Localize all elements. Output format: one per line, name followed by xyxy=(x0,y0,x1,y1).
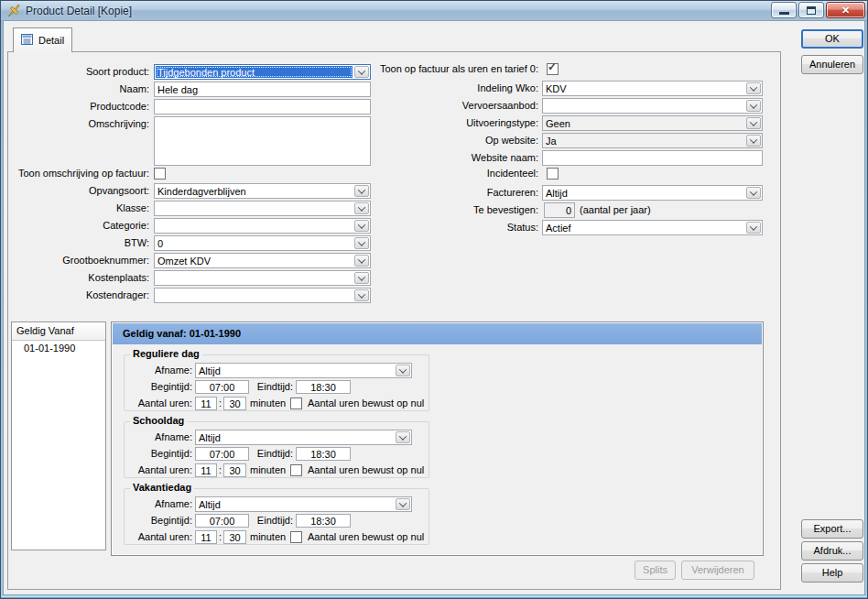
status-label: Status: xyxy=(278,220,538,235)
maximize-button[interactable] xyxy=(798,2,824,18)
uitvoeringstype-dropdown[interactable]: Geen xyxy=(542,115,763,131)
uren-input[interactable] xyxy=(195,397,217,410)
uitvoeringstype-value: Geen xyxy=(544,117,744,129)
nul-checkbox[interactable] xyxy=(290,464,302,476)
vervoersaanbod-dropdown[interactable] xyxy=(542,98,763,114)
btw-dropdown[interactable]: 0 xyxy=(154,235,371,251)
nul-label: Aantal uren bewust op nul xyxy=(308,397,424,410)
minuten-input[interactable] xyxy=(223,397,246,410)
geldig-vanaf-column-header[interactable]: Geldig Vanaf xyxy=(12,322,105,341)
factureren-dropdown[interactable]: Altijd xyxy=(542,185,763,201)
minuten-input[interactable] xyxy=(223,463,246,477)
aantal-uren-label: Aantal uren: xyxy=(125,530,192,544)
afname-dropdown[interactable]: Altijd xyxy=(195,430,412,445)
op-website-label: Op website: xyxy=(278,133,538,148)
naam-label: Naam: xyxy=(4,82,149,97)
list-item[interactable]: 01-01-1990 xyxy=(12,341,105,356)
nul-label: Aantal uren bewust op nul xyxy=(308,463,424,477)
tab-detail-label: Detail xyxy=(38,35,64,46)
grootboeknummer-label: Grootboeknummer: xyxy=(4,253,149,268)
begintijd-label: Begintijd: xyxy=(125,514,192,528)
dropdown-arrow-icon[interactable] xyxy=(396,431,410,443)
vervoersaanbod-value xyxy=(544,100,744,112)
window-title: Product Detail [Kopie] xyxy=(26,1,132,21)
dropdown-arrow-icon[interactable] xyxy=(746,222,761,234)
afdruk-button[interactable]: Afdruk... xyxy=(801,541,863,561)
geldig-vanaf-list: Geldig Vanaf 01-01-1990 xyxy=(11,321,106,550)
dropdown-arrow-icon[interactable] xyxy=(396,498,410,510)
uitvoeringstype-label: Uitvoeringstype: xyxy=(278,115,538,131)
uren-input[interactable] xyxy=(195,530,217,544)
help-button[interactable]: Help xyxy=(801,563,863,583)
afname-dropdown[interactable]: Altijd xyxy=(195,496,412,512)
begintijd-label: Begintijd: xyxy=(125,447,192,461)
eindtijd-input[interactable] xyxy=(296,380,351,394)
dropdown-arrow-icon[interactable] xyxy=(746,82,761,94)
afname-dropdown[interactable]: Altijd xyxy=(195,363,412,378)
op-website-dropdown[interactable]: Ja xyxy=(542,133,763,148)
uren-input[interactable] xyxy=(195,463,217,477)
dropdown-arrow-icon[interactable] xyxy=(746,117,761,129)
validity-panel-title: Geldig vanaf: 01-01-1990 xyxy=(123,328,241,339)
check-icon: ✓ xyxy=(548,60,557,73)
opvangsoort-label: Opvangsoort: xyxy=(4,183,149,199)
te-bevestigen-suffix: (aantal per jaar) xyxy=(580,202,651,218)
group-schooldag: Schooldag Afname: Altijd Begintijd: Eind… xyxy=(124,421,429,478)
nul-checkbox[interactable] xyxy=(290,398,302,409)
aantal-uren-label: Aantal uren: xyxy=(125,463,192,477)
eindtijd-label: Eindtijd: xyxy=(225,447,293,461)
eindtijd-input[interactable] xyxy=(296,514,351,528)
omschrijving-label: Omschrijving: xyxy=(4,116,149,132)
status-value: Actief xyxy=(544,222,744,234)
verwijderen-button[interactable]: Verwijderen xyxy=(681,561,754,580)
minuten-suffix: minuten xyxy=(250,397,286,410)
status-dropdown[interactable]: Actief xyxy=(542,220,763,235)
vervoersaanbod-label: Vervoersaanbod: xyxy=(278,98,538,114)
grootboeknummer-dropdown[interactable]: Omzet KDV xyxy=(154,253,371,268)
incidenteel-label: Incidenteel: xyxy=(278,166,538,181)
dropdown-arrow-icon[interactable] xyxy=(354,255,369,267)
indeling-wko-value: KDV xyxy=(544,82,744,94)
validity-panel-header: Geldig vanaf: 01-01-1990 xyxy=(113,323,762,344)
product-detail-window: Product Detail [Kopie] ✕ Detail Soort pr… xyxy=(0,0,868,599)
kostendrager-dropdown[interactable] xyxy=(154,288,371,303)
btw-label: BTW: xyxy=(4,235,149,251)
indeling-wko-dropdown[interactable]: KDV xyxy=(542,81,763,96)
dropdown-arrow-icon[interactable] xyxy=(746,100,761,112)
ok-button[interactable]: OK xyxy=(801,29,863,49)
dropdown-arrow-icon[interactable] xyxy=(746,187,761,199)
export-button[interactable]: Export... xyxy=(801,519,863,539)
eindtijd-label: Eindtijd: xyxy=(225,380,293,394)
op-website-value: Ja xyxy=(544,135,744,147)
incidenteel-checkbox[interactable] xyxy=(547,168,559,180)
nul-checkbox[interactable] xyxy=(290,531,302,543)
group-vakantiedag: Vakantiedag Afname: Altijd Begintijd: Ei… xyxy=(124,488,429,545)
minimize-button[interactable] xyxy=(771,2,797,18)
close-button[interactable]: ✕ xyxy=(826,2,865,18)
aantal-uren-label: Aantal uren: xyxy=(125,397,192,410)
dropdown-arrow-icon[interactable] xyxy=(746,135,761,147)
splits-button[interactable]: Splits xyxy=(635,561,676,580)
eindtijd-input[interactable] xyxy=(296,447,351,461)
group-title: Vakantiedag xyxy=(130,482,194,493)
klasse-label: Klasse: xyxy=(4,201,149,216)
minimize-icon xyxy=(779,12,789,15)
group-reguliere-dag: Reguliere dag Afname: Altijd Begintijd: … xyxy=(124,354,429,411)
dropdown-arrow-icon[interactable] xyxy=(354,289,369,301)
afname-value: Altijd xyxy=(197,498,394,510)
minuten-input[interactable] xyxy=(223,530,246,544)
window-frame-right xyxy=(864,21,867,598)
te-bevestigen-input[interactable] xyxy=(544,202,575,218)
dropdown-arrow-icon[interactable] xyxy=(354,272,369,284)
afname-label: Afname: xyxy=(125,430,192,445)
kostendrager-value xyxy=(156,289,353,301)
annuleren-button[interactable]: Annuleren xyxy=(801,55,863,74)
toon-op-factuur-checkbox[interactable]: ✓ xyxy=(547,63,559,75)
toon-omschrijving-checkbox[interactable] xyxy=(154,168,166,180)
kostenplaats-dropdown[interactable] xyxy=(154,270,371,286)
begintijd-label: Begintijd: xyxy=(125,380,192,394)
website-naam-input[interactable] xyxy=(542,150,763,166)
dropdown-arrow-icon[interactable] xyxy=(396,365,410,376)
dropdown-arrow-icon[interactable] xyxy=(354,237,369,249)
tab-detail[interactable]: Detail xyxy=(13,27,72,52)
